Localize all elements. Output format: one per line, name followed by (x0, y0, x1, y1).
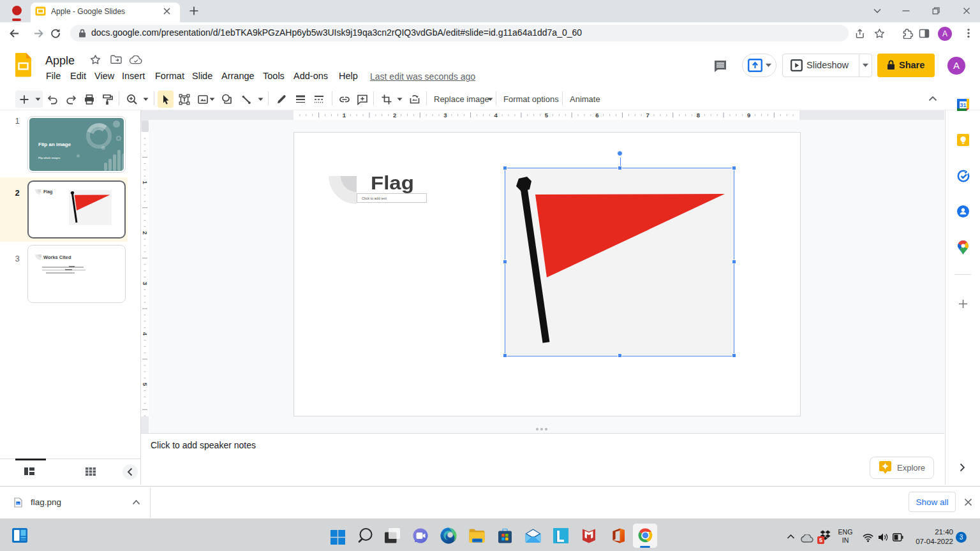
svg-text:9: 9 (747, 112, 750, 119)
svg-text:2: 2 (142, 231, 149, 235)
svg-text:31: 31 (960, 102, 966, 108)
svg-text:1: 1 (343, 112, 346, 119)
svg-text:5: 5 (142, 383, 149, 386)
svg-text:4: 4 (494, 112, 498, 119)
svg-text:7: 7 (646, 112, 649, 119)
svg-text:3: 3 (443, 112, 447, 119)
svg-text:6: 6 (595, 112, 598, 119)
svg-text:1: 1 (142, 180, 149, 184)
svg-text:5: 5 (545, 112, 549, 119)
svg-text:4: 4 (142, 332, 149, 336)
svg-text:8: 8 (697, 112, 700, 119)
svg-text:2: 2 (393, 112, 396, 119)
svg-text:3: 3 (142, 282, 149, 285)
